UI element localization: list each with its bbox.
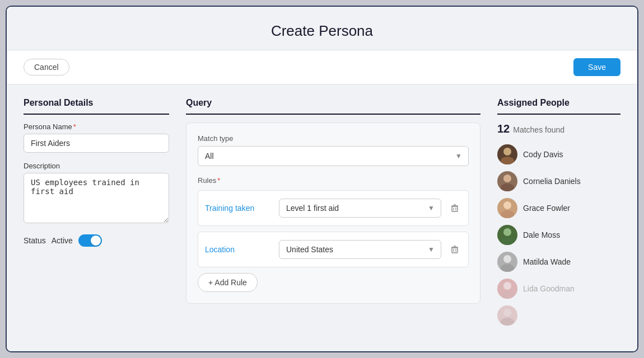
avatar [497,225,517,245]
svg-point-22 [503,309,511,317]
rule-row: Location United States United Kingdom Ca… [198,232,469,267]
rule-2-delete-button[interactable] [448,243,461,256]
rule-1-name: Training taken [205,204,272,213]
assigned-people-title: Assigned People [497,98,620,115]
query-panel: Query Match type All Any ▼ Rules* Traini… [186,98,480,338]
person-name: Cornelia Daniels [523,177,581,186]
status-toggle[interactable] [78,234,102,247]
page-title: Create Persona [7,22,637,40]
list-item: Matilda Wade [497,252,620,272]
svg-rect-0 [452,206,458,211]
person-name: Matilda Wade [523,257,571,266]
list-item: Dale Moss [497,225,620,245]
svg-point-23 [501,318,514,326]
query-title: Query [186,98,480,115]
description-label: Description [24,162,169,170]
matches-text: Matches found [513,125,564,134]
content-area: Personal Details Persona Name* Descripti… [7,84,637,351]
svg-point-17 [501,237,514,245]
cancel-button[interactable]: Cancel [24,59,69,76]
save-button[interactable]: Save [573,58,620,76]
rules-required-star: * [217,176,220,185]
avatar [497,144,517,164]
svg-point-12 [503,175,511,182]
rule-2-name: Location [205,245,272,254]
required-star: * [73,123,76,131]
rule-2-select-wrap: United States United Kingdom Canada Aust… [279,240,441,259]
trash-icon [450,204,459,213]
list-item [497,305,620,326]
list-item: Grace Fowler [497,198,620,218]
matches-number: 12 [497,123,510,135]
rule-row: Training taken Level 1 first aid Level 2… [198,190,469,226]
rule-1-delete-button[interactable] [448,201,461,215]
rules-label: Rules* [198,176,469,185]
personal-details-title: Personal Details [24,98,169,115]
trash-icon [450,245,459,254]
avatar [497,171,517,191]
match-type-select-wrap: All Any ▼ [198,146,469,166]
persona-name-label: Persona Name* [24,123,169,131]
assigned-people-panel: Assigned People 12 Matches found Cody Da… [497,98,620,338]
svg-point-19 [501,264,514,272]
svg-point-10 [503,148,511,156]
page-header: Create Persona [7,7,637,50]
svg-point-16 [503,228,511,236]
add-rule-button[interactable]: + Add Rule [198,273,258,292]
toolbar: Cancel Save [7,50,637,84]
matches-count-row: 12 Matches found [497,123,620,135]
list-item: Lida Goodman [497,279,620,299]
svg-point-20 [503,282,511,290]
match-type-label: Match type [198,134,469,143]
person-name: Grace Fowler [523,204,570,213]
avatar [497,198,517,218]
person-name: Dale Moss [523,230,560,239]
rule-1-select[interactable]: Level 1 first aid Level 2 first aid CPR … [279,199,441,218]
personal-details-panel: Personal Details Persona Name* Descripti… [24,98,169,338]
person-list: Cody Davis Cornelia Daniels Grace Fowler [497,144,620,326]
person-name: Lida Goodman [523,284,575,293]
svg-rect-5 [452,248,458,253]
svg-point-11 [501,157,514,164]
svg-point-21 [501,291,514,299]
svg-point-18 [503,255,511,263]
avatar [497,305,517,326]
match-type-select[interactable]: All Any [198,146,469,166]
status-active-label: Active [52,236,73,245]
avatar [497,252,517,272]
person-name: Cody Davis [523,150,563,159]
svg-point-15 [501,210,514,218]
list-item: Cornelia Daniels [497,171,620,191]
svg-point-13 [501,183,514,191]
persona-name-input[interactable] [24,134,169,153]
query-box: Match type All Any ▼ Rules* Training tak… [186,123,480,304]
avatar [497,279,517,299]
list-item: Cody Davis [497,144,620,164]
status-label: Status [24,236,46,245]
svg-point-14 [503,201,511,209]
rule-1-select-wrap: Level 1 first aid Level 2 first aid CPR … [279,199,441,218]
description-textarea[interactable]: US employees trained in first aid [24,173,169,223]
rule-2-select[interactable]: United States United Kingdom Canada Aust… [279,240,441,259]
app-window: Create Persona Cancel Save Personal Deta… [6,6,638,352]
status-row: Status Active [24,234,169,247]
